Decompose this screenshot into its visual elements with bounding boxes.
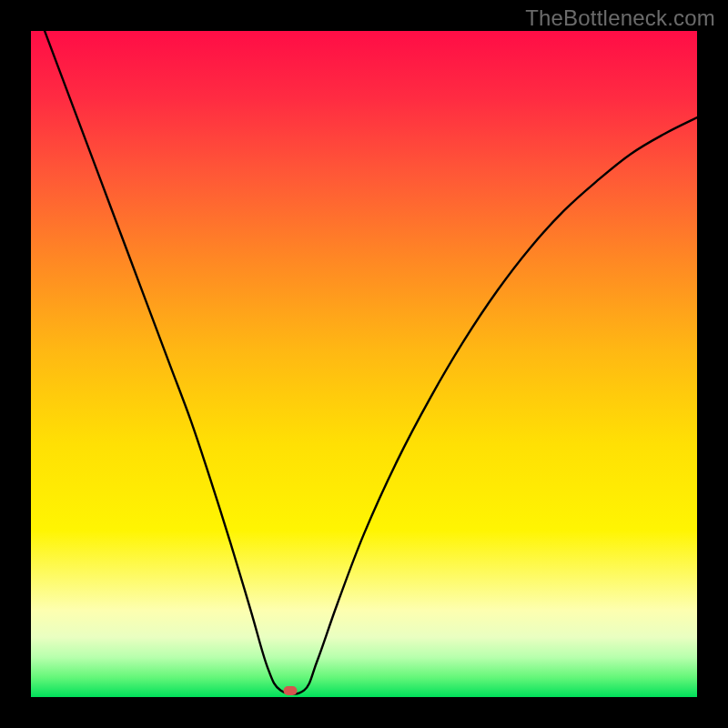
optimal-point-marker: [283, 686, 297, 695]
watermark-text: TheBottleneck.com: [525, 5, 715, 31]
bottleneck-curve-path: [31, 31, 697, 694]
plot-area: [31, 31, 697, 697]
bottleneck-curve-svg: [31, 31, 697, 697]
chart-frame: TheBottleneck.com: [0, 0, 728, 728]
